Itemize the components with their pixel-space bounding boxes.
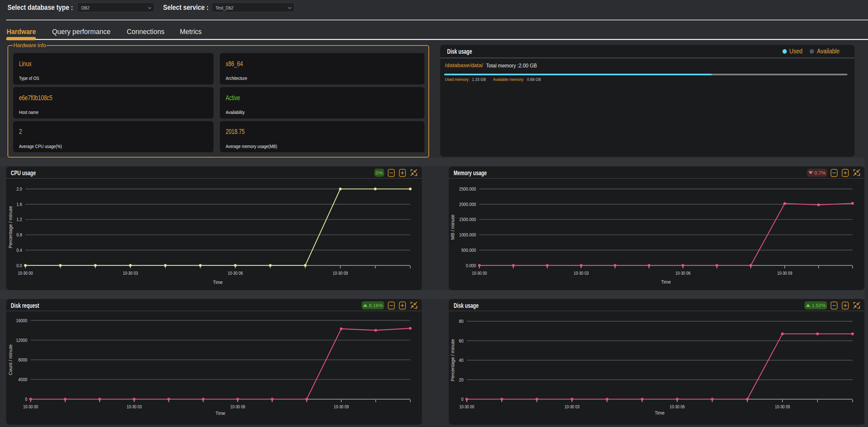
- svg-text:0: 0: [25, 397, 27, 402]
- svg-text:1.2: 1.2: [17, 217, 22, 222]
- svg-text:2500.000: 2500.000: [459, 186, 476, 192]
- svg-text:2.0: 2.0: [17, 186, 22, 192]
- svg-text:10-30 09: 10-30 09: [775, 404, 790, 409]
- svg-text:10-30 03: 10-30 03: [564, 404, 580, 409]
- svg-text:20: 20: [459, 377, 463, 383]
- svg-text:8000: 8000: [18, 357, 27, 362]
- svg-text:1000.000: 1000.000: [459, 232, 476, 237]
- svg-text:2000.000: 2000.000: [459, 202, 476, 207]
- svg-text:Percentage / minute: Percentage / minute: [7, 206, 13, 248]
- svg-text:10-30 03: 10-30 03: [574, 270, 589, 276]
- svg-text:Time: Time: [213, 279, 223, 285]
- svg-text:Time: Time: [661, 279, 671, 285]
- svg-text:Time: Time: [655, 410, 664, 416]
- svg-text:10-30 06: 10-30 06: [670, 404, 685, 409]
- svg-text:10-30 09: 10-30 09: [777, 270, 792, 276]
- svg-text:Percentage / minute: Percentage / minute: [450, 339, 455, 382]
- svg-text:Time: Time: [216, 410, 225, 416]
- svg-text:10-30 03: 10-30 03: [126, 404, 142, 409]
- svg-text:10-30 09: 10-30 09: [334, 404, 348, 409]
- svg-text:12000: 12000: [16, 338, 27, 343]
- svg-text:10-30 06: 10-30 06: [230, 404, 245, 409]
- svg-text:1.6: 1.6: [17, 202, 22, 207]
- svg-text:0.4: 0.4: [17, 248, 22, 253]
- svg-text:Count / minute: Count / minute: [7, 344, 13, 375]
- svg-text:40: 40: [459, 358, 463, 363]
- svg-text:MB / minute: MB / minute: [450, 215, 455, 240]
- svg-text:4000: 4000: [18, 377, 27, 382]
- svg-text:0: 0: [461, 397, 463, 402]
- svg-text:16000: 16000: [16, 318, 27, 323]
- svg-text:10-30 06: 10-30 06: [675, 270, 690, 276]
- svg-text:10-30 06: 10-30 06: [228, 270, 243, 276]
- svg-text:10-30 00: 10-30 00: [472, 270, 487, 276]
- svg-text:10-30 03: 10-30 03: [123, 270, 137, 276]
- svg-text:60: 60: [459, 338, 463, 343]
- svg-text:10-30 09: 10-30 09: [333, 270, 347, 276]
- svg-text:80: 80: [459, 319, 463, 324]
- svg-text:0.000: 0.000: [466, 263, 476, 268]
- svg-text:1500.000: 1500.000: [459, 217, 476, 222]
- svg-text:0.0: 0.0: [17, 263, 22, 268]
- svg-text:0.8: 0.8: [17, 232, 22, 237]
- svg-text:10-30 00: 10-30 00: [18, 270, 33, 276]
- svg-text:10-30 00: 10-30 00: [23, 404, 38, 409]
- svg-text:500.000: 500.000: [461, 248, 476, 253]
- svg-text:10-30 00: 10-30 00: [459, 404, 474, 409]
